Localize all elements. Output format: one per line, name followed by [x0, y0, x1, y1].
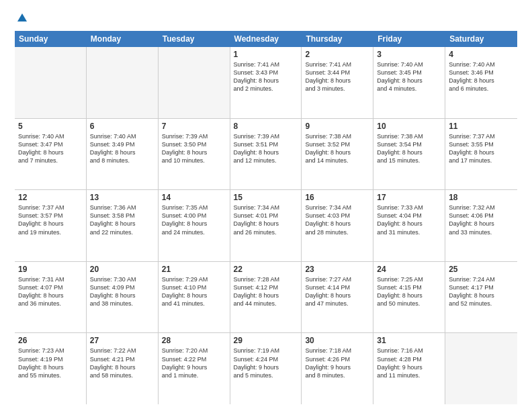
header-day-wednesday: Wednesday [230, 31, 302, 47]
cell-info: Sunrise: 7:40 AMSunset: 3:46 PMDaylight:… [449, 60, 514, 93]
svg-marker-0 [17, 13, 27, 21]
day-cell-16: 16Sunrise: 7:34 AMSunset: 4:03 PMDayligh… [302, 190, 373, 261]
day-cell-27: 27Sunrise: 7:22 AMSunset: 4:21 PMDayligh… [87, 333, 159, 404]
cell-info: Sunrise: 7:41 AMSunset: 3:43 PMDaylight:… [234, 60, 298, 93]
day-number: 4 [449, 50, 514, 59]
day-cell-22: 22Sunrise: 7:28 AMSunset: 4:12 PMDayligh… [230, 262, 302, 333]
cell-info: Sunrise: 7:29 AMSunset: 4:10 PMDaylight:… [162, 275, 226, 308]
day-number: 26 [18, 336, 83, 345]
day-number: 7 [162, 122, 226, 131]
cell-info: Sunrise: 7:35 AMSunset: 4:00 PMDaylight:… [162, 203, 226, 236]
day-number: 17 [377, 193, 441, 202]
cell-info: Sunrise: 7:30 AMSunset: 4:09 PMDaylight:… [90, 275, 154, 308]
cell-info: Sunrise: 7:27 AMSunset: 4:14 PMDaylight:… [305, 275, 369, 308]
cell-info: Sunrise: 7:39 AMSunset: 3:50 PMDaylight:… [162, 132, 226, 165]
cell-info: Sunrise: 7:38 AMSunset: 3:54 PMDaylight:… [377, 132, 441, 165]
cell-info: Sunrise: 7:36 AMSunset: 3:58 PMDaylight:… [90, 203, 154, 236]
cell-info: Sunrise: 7:33 AMSunset: 4:04 PMDaylight:… [377, 203, 441, 236]
day-number: 9 [305, 122, 369, 131]
day-number: 8 [234, 122, 298, 131]
day-cell-7: 7Sunrise: 7:39 AMSunset: 3:50 PMDaylight… [159, 119, 230, 190]
day-cell-9: 9Sunrise: 7:38 AMSunset: 3:52 PMDaylight… [302, 119, 373, 190]
day-cell-4: 4Sunrise: 7:40 AMSunset: 3:46 PMDaylight… [445, 47, 517, 118]
day-cell-12: 12Sunrise: 7:37 AMSunset: 3:57 PMDayligh… [15, 190, 87, 261]
day-cell-19: 19Sunrise: 7:31 AMSunset: 4:07 PMDayligh… [15, 262, 87, 333]
day-cell-31: 31Sunrise: 7:16 AMSunset: 4:28 PMDayligh… [373, 333, 445, 404]
day-cell-11: 11Sunrise: 7:37 AMSunset: 3:55 PMDayligh… [445, 119, 517, 190]
cell-info: Sunrise: 7:20 AMSunset: 4:22 PMDaylight:… [162, 347, 226, 379]
cell-info: Sunrise: 7:25 AMSunset: 4:15 PMDaylight:… [377, 275, 441, 308]
cell-info: Sunrise: 7:23 AMSunset: 4:19 PMDaylight:… [18, 347, 83, 379]
day-cell-24: 24Sunrise: 7:25 AMSunset: 4:15 PMDayligh… [373, 262, 445, 333]
day-number: 28 [162, 336, 226, 345]
day-number: 14 [162, 193, 226, 202]
empty-cell-0-0 [15, 47, 87, 118]
logo [15, 12, 28, 24]
day-number: 1 [234, 50, 298, 59]
cell-info: Sunrise: 7:31 AMSunset: 4:07 PMDaylight:… [18, 275, 83, 308]
day-number: 29 [234, 336, 298, 345]
empty-cell-0-2 [159, 47, 230, 118]
day-cell-14: 14Sunrise: 7:35 AMSunset: 4:00 PMDayligh… [159, 190, 230, 261]
calendar-body: 1Sunrise: 7:41 AMSunset: 3:43 PMDaylight… [15, 47, 517, 404]
day-cell-25: 25Sunrise: 7:24 AMSunset: 4:17 PMDayligh… [445, 262, 517, 333]
day-number: 18 [449, 193, 514, 202]
calendar-row-3: 12Sunrise: 7:37 AMSunset: 3:57 PMDayligh… [15, 190, 517, 262]
header-day-saturday: Saturday [445, 31, 517, 47]
day-number: 6 [90, 122, 154, 131]
day-cell-10: 10Sunrise: 7:38 AMSunset: 3:54 PMDayligh… [373, 119, 445, 190]
calendar-header: SundayMondayTuesdayWednesdayThursdayFrid… [15, 31, 517, 47]
day-cell-5: 5Sunrise: 7:40 AMSunset: 3:47 PMDaylight… [15, 119, 87, 190]
day-cell-30: 30Sunrise: 7:18 AMSunset: 4:26 PMDayligh… [302, 333, 373, 404]
day-cell-29: 29Sunrise: 7:19 AMSunset: 4:24 PMDayligh… [230, 333, 302, 404]
day-number: 27 [90, 336, 154, 345]
day-number: 19 [18, 265, 83, 274]
day-number: 3 [377, 50, 441, 59]
day-cell-23: 23Sunrise: 7:27 AMSunset: 4:14 PMDayligh… [302, 262, 373, 333]
day-number: 31 [377, 336, 441, 345]
cell-info: Sunrise: 7:40 AMSunset: 3:49 PMDaylight:… [90, 132, 154, 165]
cell-info: Sunrise: 7:24 AMSunset: 4:17 PMDaylight:… [449, 275, 514, 308]
day-number: 10 [377, 122, 441, 131]
calendar: SundayMondayTuesdayWednesdayThursdayFrid… [15, 31, 517, 404]
day-number: 24 [377, 265, 441, 274]
cell-info: Sunrise: 7:18 AMSunset: 4:26 PMDaylight:… [305, 347, 369, 379]
day-number: 25 [449, 265, 514, 274]
day-cell-20: 20Sunrise: 7:30 AMSunset: 4:09 PMDayligh… [87, 262, 159, 333]
header-day-tuesday: Tuesday [159, 31, 230, 47]
day-cell-3: 3Sunrise: 7:40 AMSunset: 3:45 PMDaylight… [373, 47, 445, 118]
day-number: 23 [305, 265, 369, 274]
day-number: 21 [162, 265, 226, 274]
calendar-row-1: 1Sunrise: 7:41 AMSunset: 3:43 PMDaylight… [15, 47, 517, 119]
header-day-sunday: Sunday [15, 31, 87, 47]
day-cell-21: 21Sunrise: 7:29 AMSunset: 4:10 PMDayligh… [159, 262, 230, 333]
cell-info: Sunrise: 7:19 AMSunset: 4:24 PMDaylight:… [234, 347, 298, 379]
day-number: 15 [234, 193, 298, 202]
cell-info: Sunrise: 7:28 AMSunset: 4:12 PMDaylight:… [234, 275, 298, 308]
day-number: 16 [305, 193, 369, 202]
day-cell-2: 2Sunrise: 7:41 AMSunset: 3:44 PMDaylight… [302, 47, 373, 118]
day-number: 2 [305, 50, 369, 59]
cell-info: Sunrise: 7:40 AMSunset: 3:45 PMDaylight:… [377, 60, 441, 93]
cell-info: Sunrise: 7:34 AMSunset: 4:01 PMDaylight:… [234, 203, 298, 236]
header-day-monday: Monday [87, 31, 159, 47]
cell-info: Sunrise: 7:39 AMSunset: 3:51 PMDaylight:… [234, 132, 298, 165]
calendar-row-5: 26Sunrise: 7:23 AMSunset: 4:19 PMDayligh… [15, 333, 517, 404]
day-cell-6: 6Sunrise: 7:40 AMSunset: 3:49 PMDaylight… [87, 119, 159, 190]
calendar-row-4: 19Sunrise: 7:31 AMSunset: 4:07 PMDayligh… [15, 262, 517, 334]
day-cell-26: 26Sunrise: 7:23 AMSunset: 4:19 PMDayligh… [15, 333, 87, 404]
cell-info: Sunrise: 7:37 AMSunset: 3:55 PMDaylight:… [449, 132, 514, 165]
cell-info: Sunrise: 7:34 AMSunset: 4:03 PMDaylight:… [305, 203, 369, 236]
day-number: 20 [90, 265, 154, 274]
day-cell-28: 28Sunrise: 7:20 AMSunset: 4:22 PMDayligh… [159, 333, 230, 404]
cell-info: Sunrise: 7:16 AMSunset: 4:28 PMDaylight:… [377, 347, 441, 379]
day-cell-1: 1Sunrise: 7:41 AMSunset: 3:43 PMDaylight… [230, 47, 302, 118]
cell-info: Sunrise: 7:22 AMSunset: 4:21 PMDaylight:… [90, 347, 154, 379]
page: SundayMondayTuesdayWednesdayThursdayFrid… [0, 0, 532, 411]
cell-info: Sunrise: 7:41 AMSunset: 3:44 PMDaylight:… [305, 60, 369, 93]
day-number: 22 [234, 265, 298, 274]
cell-info: Sunrise: 7:40 AMSunset: 3:47 PMDaylight:… [18, 132, 83, 165]
cell-info: Sunrise: 7:38 AMSunset: 3:52 PMDaylight:… [305, 132, 369, 165]
day-number: 11 [449, 122, 514, 131]
day-number: 12 [18, 193, 83, 202]
